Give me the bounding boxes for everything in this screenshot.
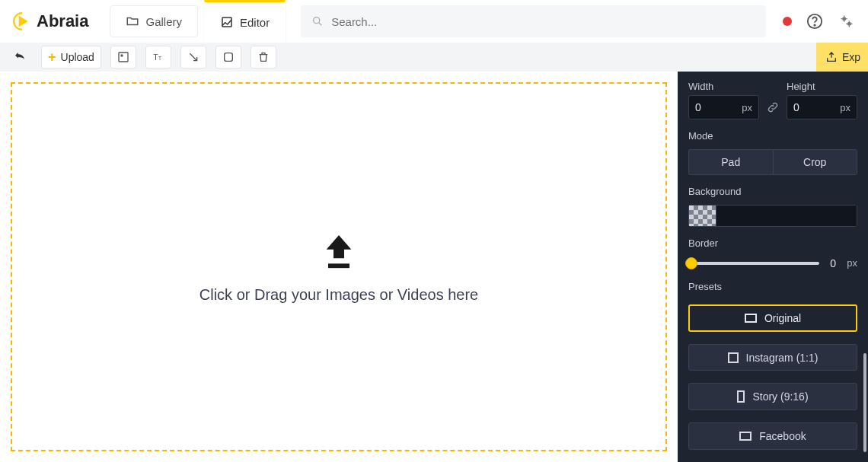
settings-button[interactable] bbox=[838, 12, 856, 30]
svg-rect-11 bbox=[328, 263, 349, 268]
mode-row: Pad Crop bbox=[688, 149, 857, 175]
border-row: 0 px bbox=[688, 256, 857, 270]
height-unit: px bbox=[840, 102, 857, 113]
preset-original-label: Original bbox=[764, 312, 801, 324]
mode-pad-button[interactable]: Pad bbox=[688, 149, 773, 175]
svg-point-5 bbox=[847, 22, 851, 26]
text-icon: TT bbox=[152, 51, 164, 63]
help-button[interactable] bbox=[806, 12, 824, 30]
undo-icon bbox=[13, 50, 27, 64]
export-icon bbox=[825, 51, 838, 63]
svg-rect-6 bbox=[119, 53, 128, 62]
tab-editor-label: Editor bbox=[240, 16, 270, 29]
play-icon bbox=[12, 11, 32, 31]
svg-point-7 bbox=[121, 55, 123, 56]
svg-rect-10 bbox=[225, 53, 233, 62]
mode-crop-button[interactable]: Crop bbox=[773, 149, 858, 175]
width-label: Width bbox=[688, 81, 759, 92]
image-tool-button[interactable] bbox=[110, 46, 136, 69]
sidebar-scrollbar[interactable] bbox=[863, 353, 866, 452]
export-label: Exp bbox=[842, 51, 860, 63]
image-icon bbox=[745, 314, 757, 323]
preset-instagram-label: Instagram (1:1) bbox=[746, 352, 819, 364]
arrow-tool-button[interactable] bbox=[180, 46, 206, 69]
background-fill bbox=[716, 206, 857, 226]
export-button[interactable]: Exp bbox=[816, 43, 868, 72]
shape-tool-button[interactable] bbox=[215, 46, 241, 69]
top-actions bbox=[783, 12, 856, 30]
border-slider[interactable] bbox=[688, 256, 819, 270]
dropzone[interactable]: Click or Drag your Images or Videos here bbox=[11, 82, 667, 451]
app-name: Abraia bbox=[37, 11, 88, 31]
border-value: 0 bbox=[825, 257, 841, 269]
edit-icon bbox=[220, 15, 234, 29]
gears-icon bbox=[839, 14, 854, 29]
delete-tool-button[interactable] bbox=[251, 46, 276, 69]
svg-text:T: T bbox=[158, 56, 161, 61]
landscape-icon bbox=[739, 432, 752, 441]
shape-icon bbox=[222, 51, 235, 63]
preset-facebook-label: Facebook bbox=[759, 430, 806, 442]
portrait-icon bbox=[737, 390, 745, 403]
height-input-wrap: px bbox=[787, 95, 857, 119]
dropzone-text: Click or Drag your Images or Videos here bbox=[199, 286, 478, 304]
arrow-icon bbox=[187, 51, 199, 63]
upload-label: Upload bbox=[61, 51, 94, 63]
preset-original[interactable]: Original bbox=[688, 304, 857, 332]
link-icon bbox=[767, 101, 779, 113]
properties-panel: Width px Height px Mode Pad Crop bbox=[678, 72, 868, 462]
search-icon bbox=[311, 15, 324, 27]
transparency-checker-icon bbox=[689, 206, 716, 226]
tab-gallery-label: Gallery bbox=[145, 15, 182, 28]
trash-icon bbox=[257, 51, 270, 63]
height-input[interactable] bbox=[787, 101, 840, 113]
canvas-area: Click or Drag your Images or Videos here bbox=[0, 72, 678, 462]
plus-icon: + bbox=[48, 49, 56, 65]
upload-button[interactable]: + Upload bbox=[41, 46, 101, 69]
folder-icon bbox=[126, 14, 139, 28]
top-bar: Abraia Gallery Editor bbox=[0, 0, 868, 43]
record-indicator[interactable] bbox=[783, 17, 792, 26]
upload-icon bbox=[318, 230, 360, 272]
tab-editor[interactable]: Editor bbox=[204, 0, 286, 43]
slider-thumb-icon bbox=[685, 257, 697, 269]
height-label: Height bbox=[787, 81, 857, 92]
preset-story[interactable]: Story (9:16) bbox=[688, 383, 857, 410]
presets-label: Presets bbox=[688, 281, 857, 292]
image-icon bbox=[117, 51, 129, 63]
background-label: Background bbox=[688, 186, 857, 197]
border-label: Border bbox=[688, 237, 857, 249]
toolbar: + Upload TT Exp bbox=[0, 43, 868, 72]
link-dimensions-button[interactable] bbox=[765, 95, 780, 119]
width-input[interactable] bbox=[689, 101, 742, 113]
text-tool-button[interactable]: TT bbox=[145, 46, 171, 69]
tab-gallery[interactable]: Gallery bbox=[110, 5, 198, 37]
svg-point-4 bbox=[842, 17, 846, 21]
width-unit: px bbox=[742, 102, 758, 113]
preset-story-label: Story (9:16) bbox=[752, 390, 808, 403]
help-icon bbox=[806, 13, 823, 30]
search-box[interactable] bbox=[301, 5, 766, 37]
search-input[interactable] bbox=[331, 15, 755, 28]
svg-point-3 bbox=[814, 24, 815, 25]
square-icon bbox=[728, 352, 739, 363]
preset-instagram[interactable]: Instagram (1:1) bbox=[688, 344, 857, 371]
main-area: Click or Drag your Images or Videos here… bbox=[0, 72, 868, 462]
border-unit: px bbox=[847, 257, 857, 269]
preset-facebook[interactable]: Facebook bbox=[688, 422, 857, 450]
dimensions-row: Width px Height px bbox=[688, 81, 857, 119]
logo[interactable]: Abraia bbox=[12, 11, 88, 31]
background-swatch[interactable] bbox=[688, 205, 857, 227]
undo-button[interactable] bbox=[11, 48, 29, 66]
svg-text:T: T bbox=[153, 53, 158, 62]
mode-label: Mode bbox=[688, 130, 857, 142]
svg-point-1 bbox=[314, 18, 320, 24]
width-input-wrap: px bbox=[688, 95, 759, 119]
